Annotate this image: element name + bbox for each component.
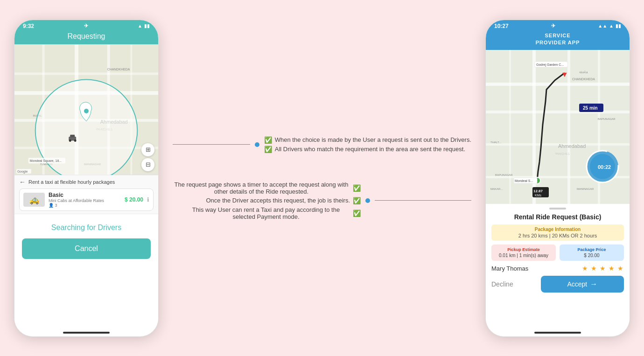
top-annotation-text: ✅ When the choice is made by the User a … bbox=[264, 136, 471, 153]
phone2-home-indicator bbox=[534, 332, 581, 334]
phone1-home-indicator bbox=[63, 332, 110, 334]
taxi-info-icon[interactable]: ℹ bbox=[147, 196, 149, 203]
phone1-wifi-icon: ▲ bbox=[138, 23, 142, 28]
price-box: Package Price $ 20.00 bbox=[560, 244, 624, 261]
phone2-provider-card: Rental Ride Request (Basic) Package Info… bbox=[486, 204, 630, 329]
svg-text:અમદાવાડ: અમદાવાડ bbox=[555, 152, 570, 156]
taxi-desc: Mini Cabs at Affordable Rates bbox=[49, 198, 121, 203]
svg-text:THALT...: THALT... bbox=[490, 141, 501, 144]
cancel-button[interactable]: Cancel bbox=[22, 238, 151, 259]
check-icon-1: ✅ bbox=[264, 136, 272, 144]
svg-text:Google: Google bbox=[17, 170, 28, 174]
svg-text:25 min: 25 min bbox=[583, 105, 598, 111]
phone1-time: 9:32 bbox=[23, 23, 34, 29]
phone2-map: CHANDKHEDA ચાંડખેડા Ahmedabad અમદાવાડ MA… bbox=[486, 50, 630, 204]
phone2-header-line1: SERVICE bbox=[545, 33, 570, 38]
svg-text:Mondeal S...: Mondeal S... bbox=[515, 179, 533, 182]
user-row: Mary Thomas ★ ★ ★ ★ ★ bbox=[491, 265, 624, 272]
taxi-section-label: Rent a taxi at flexible hourly packages bbox=[28, 179, 115, 185]
phone2-signal-icon: ▲▲ bbox=[598, 23, 607, 28]
phone2-battery-icon: ▮▮ bbox=[616, 23, 621, 28]
svg-text:00:22: 00:22 bbox=[598, 164, 611, 170]
bottom-line-3: This way User can rent a Taxi and pay ac… bbox=[173, 206, 361, 220]
phone1-status-icons: ▲ ▮▮ bbox=[138, 23, 150, 28]
back-arrow-icon[interactable]: ← bbox=[19, 178, 26, 186]
svg-point-20 bbox=[74, 140, 77, 142]
svg-text:MANINAGAR: MANINAGAR bbox=[577, 188, 594, 190]
pickup-label: Pickup Estimate bbox=[495, 247, 552, 252]
phone1-status-bar: 9:32 ✈ ▲ ▮▮ bbox=[14, 20, 158, 30]
phone1-map: CHANDKHEDA RUPAL Ahmedabad અમદાવાડ MANIN… bbox=[14, 44, 158, 175]
svg-text:▼: ▼ bbox=[561, 70, 568, 78]
check-icon-3: ✅ bbox=[353, 184, 361, 192]
svg-text:CHANDKHEDA: CHANDKHEDA bbox=[107, 67, 130, 70]
annotation-top: ✅ When the choice is made by the User a … bbox=[173, 136, 471, 153]
phone-1-device: 9:32 ✈ ▲ ▮▮ Requesting bbox=[14, 20, 159, 337]
user-name: Mary Thomas bbox=[491, 265, 528, 272]
svg-rect-27 bbox=[486, 111, 630, 113]
check-icon-2: ✅ bbox=[264, 146, 272, 153]
phone1-header: Requesting bbox=[14, 30, 158, 44]
taxi-image: 🚕 bbox=[23, 193, 45, 207]
taxi-price: $ 20.00 bbox=[125, 196, 143, 203]
phone2-status-bar: 10:27 ✈ ▲▲ ▲ ▮▮ bbox=[486, 20, 630, 30]
phone2-location-icon: ✈ bbox=[551, 23, 555, 29]
taxi-rating: 👤 3 bbox=[49, 203, 121, 208]
map-layers-button[interactable]: ⊞ bbox=[141, 143, 154, 156]
bottom-line-1: The request page shows a timer to accept… bbox=[173, 181, 361, 195]
svg-text:12.87: 12.87 bbox=[533, 189, 543, 193]
svg-rect-26 bbox=[486, 83, 630, 86]
phone1-battery-icon: ▮▮ bbox=[144, 23, 150, 28]
phone1-bottom-search: Searching for Drivers Cancel bbox=[14, 214, 158, 330]
drag-handle[interactable] bbox=[549, 208, 566, 209]
svg-point-19 bbox=[69, 140, 71, 142]
annotations-section: ✅ When the choice is made by the User a … bbox=[159, 136, 485, 220]
accept-arrow-icon: → bbox=[590, 280, 597, 288]
top-line-2: ✅ All Drivers who match the requirement … bbox=[264, 146, 471, 153]
svg-text:Ahmedabad: Ahmedabad bbox=[558, 143, 586, 149]
map-filter-button[interactable]: ⊟ bbox=[141, 158, 154, 171]
pkg-value: 2 hrs 20 kms | 20 KMs OR 2 hours bbox=[496, 233, 619, 238]
svg-text:BAPUNAGAR: BAPUNAGAR bbox=[495, 174, 513, 176]
bottom-annotation-text: The request page shows a timer to accept… bbox=[173, 181, 361, 220]
bottom-connector-line bbox=[375, 200, 471, 201]
phone2-wifi-icon: ▲ bbox=[609, 23, 614, 28]
phone1-map-controls[interactable]: ⊞ ⊟ bbox=[141, 143, 154, 171]
taxi-name: Basic bbox=[49, 192, 121, 198]
svg-text:BAPUNAGAR: BAPUNAGAR bbox=[598, 118, 616, 120]
phone1-taxi-section: ← Rent a taxi at flexible hourly package… bbox=[14, 175, 158, 214]
top-bullet bbox=[255, 142, 259, 147]
svg-rect-33 bbox=[509, 50, 511, 204]
price-value: $ 20.00 bbox=[563, 253, 620, 258]
check-icon-5: ✅ bbox=[353, 209, 361, 217]
phone1-back-row: ← Rent a taxi at flexible hourly package… bbox=[19, 178, 154, 186]
searching-text: Searching for Drivers bbox=[51, 223, 121, 232]
accept-button[interactable]: Accept → bbox=[541, 276, 624, 293]
phone2-status-icons: ▲▲ ▲ ▮▮ bbox=[598, 23, 621, 28]
phone2-header: SERVICE PROVIDER APP bbox=[486, 30, 630, 50]
taxi-info: Basic Mini Cabs at Affordable Rates 👤 3 bbox=[49, 192, 121, 208]
pkg-label: Package Information bbox=[496, 227, 619, 232]
svg-rect-28 bbox=[486, 143, 630, 146]
annotation-bottom: The request page shows a timer to accept… bbox=[173, 181, 471, 220]
svg-point-16 bbox=[84, 109, 89, 113]
check-icon-4: ✅ bbox=[353, 197, 361, 204]
phone-2-device: 10:27 ✈ ▲▲ ▲ ▮▮ SERVICE PROVIDER APP bbox=[485, 20, 630, 337]
bottom-bullet bbox=[365, 198, 370, 203]
taxi-card: 🚕 Basic Mini Cabs at Affordable Rates 👤 … bbox=[19, 188, 154, 211]
svg-rect-3 bbox=[14, 72, 158, 75]
svg-text:CHANDKHEDA: CHANDKHEDA bbox=[572, 77, 595, 81]
action-row: Decline Accept → bbox=[491, 276, 624, 293]
svg-rect-18 bbox=[70, 134, 75, 137]
estimate-row: Pickup Estimate 0.01 km | 1 min(s) away … bbox=[491, 244, 624, 261]
decline-button[interactable]: Decline bbox=[491, 280, 537, 288]
top-connector-line bbox=[173, 144, 250, 145]
phone2-time: 10:27 bbox=[494, 23, 509, 29]
bottom-line-2: Once the Driver accepts this request, th… bbox=[173, 197, 361, 204]
svg-text:KMs: KMs bbox=[535, 194, 542, 197]
accept-label: Accept bbox=[567, 280, 587, 288]
svg-text:ચાંડખેડા: ચાંડખેડા bbox=[579, 70, 588, 74]
svg-text:MAKAR...: MAKAR... bbox=[490, 188, 503, 190]
package-info-box: Package Information 2 hrs 20 kms | 20 KM… bbox=[491, 224, 624, 241]
pickup-estimate-box: Pickup Estimate 0.01 km | 1 min(s) away bbox=[491, 244, 556, 261]
